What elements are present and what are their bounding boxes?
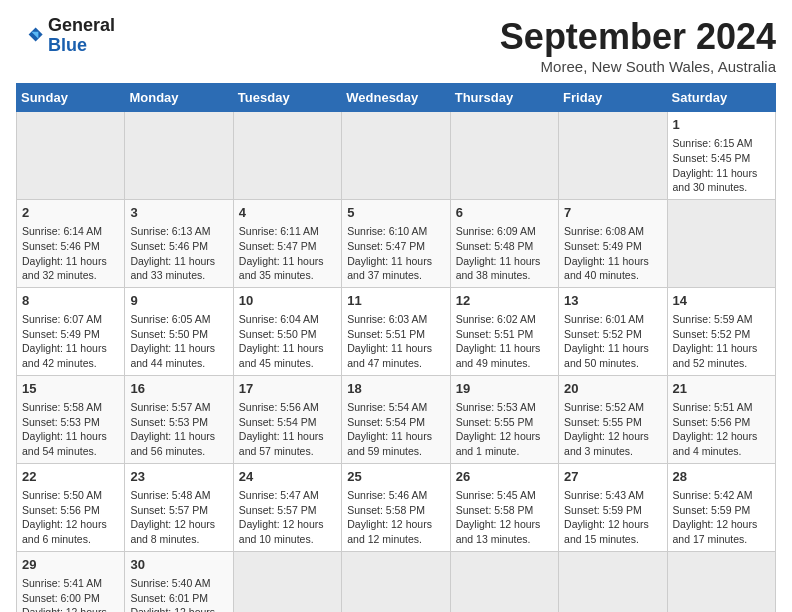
sunrise-text: Sunrise: 6:02 AM bbox=[456, 313, 536, 325]
sunset-text: Sunset: 5:51 PM bbox=[347, 328, 425, 340]
calendar-cell bbox=[17, 112, 125, 200]
calendar-week-6: 29 Sunrise: 5:41 AM Sunset: 6:00 PM Dayl… bbox=[17, 551, 776, 612]
calendar-body: 1 Sunrise: 6:15 AM Sunset: 5:45 PM Dayli… bbox=[17, 112, 776, 613]
sunset-text: Sunset: 5:53 PM bbox=[130, 416, 208, 428]
sunrise-text: Sunrise: 6:04 AM bbox=[239, 313, 319, 325]
sunset-text: Sunset: 5:57 PM bbox=[239, 504, 317, 516]
calendar-cell: 17 Sunrise: 5:56 AM Sunset: 5:54 PM Dayl… bbox=[233, 375, 341, 463]
sunset-text: Sunset: 5:52 PM bbox=[673, 328, 751, 340]
sunset-text: Sunset: 5:53 PM bbox=[22, 416, 100, 428]
calendar-cell: 9 Sunrise: 6:05 AM Sunset: 5:50 PM Dayli… bbox=[125, 287, 233, 375]
logo: General Blue bbox=[16, 16, 115, 56]
daylight-text: Daylight: 12 hours and 4 minutes. bbox=[673, 430, 758, 457]
daylight-text: Daylight: 12 hours and 12 minutes. bbox=[347, 518, 432, 545]
sunset-text: Sunset: 5:58 PM bbox=[347, 504, 425, 516]
daylight-text: Daylight: 11 hours and 50 minutes. bbox=[564, 342, 649, 369]
calendar-cell bbox=[125, 112, 233, 200]
calendar-cell: 27 Sunrise: 5:43 AM Sunset: 5:59 PM Dayl… bbox=[559, 463, 667, 551]
day-number: 3 bbox=[130, 204, 227, 222]
day-number: 13 bbox=[564, 292, 661, 310]
sunset-text: Sunset: 5:59 PM bbox=[673, 504, 751, 516]
sunrise-text: Sunrise: 6:13 AM bbox=[130, 225, 210, 237]
sunrise-text: Sunrise: 5:50 AM bbox=[22, 489, 102, 501]
daylight-text: Daylight: 12 hours and 15 minutes. bbox=[564, 518, 649, 545]
title-area: September 2024 Moree, New South Wales, A… bbox=[500, 16, 776, 75]
day-number: 27 bbox=[564, 468, 661, 486]
daylight-text: Daylight: 12 hours and 1 minute. bbox=[456, 430, 541, 457]
sunrise-text: Sunrise: 6:05 AM bbox=[130, 313, 210, 325]
sunset-text: Sunset: 5:46 PM bbox=[130, 240, 208, 252]
daylight-text: Daylight: 11 hours and 35 minutes. bbox=[239, 255, 324, 282]
calendar-cell: 12 Sunrise: 6:02 AM Sunset: 5:51 PM Dayl… bbox=[450, 287, 558, 375]
calendar-cell: 4 Sunrise: 6:11 AM Sunset: 5:47 PM Dayli… bbox=[233, 199, 341, 287]
calendar-cell: 20 Sunrise: 5:52 AM Sunset: 5:55 PM Dayl… bbox=[559, 375, 667, 463]
daylight-text: Daylight: 12 hours and 8 minutes. bbox=[130, 518, 215, 545]
day-number: 9 bbox=[130, 292, 227, 310]
col-monday: Monday bbox=[125, 84, 233, 112]
sunrise-text: Sunrise: 6:10 AM bbox=[347, 225, 427, 237]
sunset-text: Sunset: 5:56 PM bbox=[22, 504, 100, 516]
day-number: 23 bbox=[130, 468, 227, 486]
calendar-cell bbox=[342, 551, 450, 612]
sunrise-text: Sunrise: 5:48 AM bbox=[130, 489, 210, 501]
sunrise-text: Sunrise: 6:08 AM bbox=[564, 225, 644, 237]
calendar-cell: 24 Sunrise: 5:47 AM Sunset: 5:57 PM Dayl… bbox=[233, 463, 341, 551]
sunrise-text: Sunrise: 5:42 AM bbox=[673, 489, 753, 501]
daylight-text: Daylight: 11 hours and 30 minutes. bbox=[673, 167, 758, 194]
day-number: 24 bbox=[239, 468, 336, 486]
sunset-text: Sunset: 6:00 PM bbox=[22, 592, 100, 604]
day-number: 26 bbox=[456, 468, 553, 486]
sunrise-text: Sunrise: 5:58 AM bbox=[22, 401, 102, 413]
calendar-cell: 3 Sunrise: 6:13 AM Sunset: 5:46 PM Dayli… bbox=[125, 199, 233, 287]
daylight-text: Daylight: 11 hours and 33 minutes. bbox=[130, 255, 215, 282]
sunrise-text: Sunrise: 5:47 AM bbox=[239, 489, 319, 501]
col-wednesday: Wednesday bbox=[342, 84, 450, 112]
calendar-cell: 10 Sunrise: 6:04 AM Sunset: 5:50 PM Dayl… bbox=[233, 287, 341, 375]
sunset-text: Sunset: 5:47 PM bbox=[347, 240, 425, 252]
sunrise-text: Sunrise: 5:45 AM bbox=[456, 489, 536, 501]
logo-line2: Blue bbox=[48, 36, 115, 56]
daylight-text: Daylight: 11 hours and 42 minutes. bbox=[22, 342, 107, 369]
sunset-text: Sunset: 5:54 PM bbox=[239, 416, 317, 428]
daylight-text: Daylight: 11 hours and 49 minutes. bbox=[456, 342, 541, 369]
calendar-cell: 5 Sunrise: 6:10 AM Sunset: 5:47 PM Dayli… bbox=[342, 199, 450, 287]
calendar-cell: 14 Sunrise: 5:59 AM Sunset: 5:52 PM Dayl… bbox=[667, 287, 775, 375]
sunset-text: Sunset: 5:50 PM bbox=[239, 328, 317, 340]
sunrise-text: Sunrise: 5:51 AM bbox=[673, 401, 753, 413]
calendar-cell: 23 Sunrise: 5:48 AM Sunset: 5:57 PM Dayl… bbox=[125, 463, 233, 551]
day-number: 10 bbox=[239, 292, 336, 310]
sunset-text: Sunset: 6:01 PM bbox=[130, 592, 208, 604]
day-number: 11 bbox=[347, 292, 444, 310]
day-number: 8 bbox=[22, 292, 119, 310]
daylight-text: Daylight: 12 hours and 6 minutes. bbox=[22, 518, 107, 545]
calendar-week-1: 1 Sunrise: 6:15 AM Sunset: 5:45 PM Dayli… bbox=[17, 112, 776, 200]
calendar-cell: 13 Sunrise: 6:01 AM Sunset: 5:52 PM Dayl… bbox=[559, 287, 667, 375]
daylight-text: Daylight: 11 hours and 54 minutes. bbox=[22, 430, 107, 457]
day-number: 1 bbox=[673, 116, 770, 134]
calendar-cell: 18 Sunrise: 5:54 AM Sunset: 5:54 PM Dayl… bbox=[342, 375, 450, 463]
sunrise-text: Sunrise: 6:03 AM bbox=[347, 313, 427, 325]
sunset-text: Sunset: 5:46 PM bbox=[22, 240, 100, 252]
daylight-text: Daylight: 11 hours and 38 minutes. bbox=[456, 255, 541, 282]
calendar-header: Sunday Monday Tuesday Wednesday Thursday… bbox=[17, 84, 776, 112]
sunrise-text: Sunrise: 6:14 AM bbox=[22, 225, 102, 237]
calendar-cell: 22 Sunrise: 5:50 AM Sunset: 5:56 PM Dayl… bbox=[17, 463, 125, 551]
logo-line1: General bbox=[48, 16, 115, 36]
sunset-text: Sunset: 5:55 PM bbox=[456, 416, 534, 428]
daylight-text: Daylight: 12 hours and 3 minutes. bbox=[564, 430, 649, 457]
calendar-cell bbox=[667, 551, 775, 612]
calendar-cell: 29 Sunrise: 5:41 AM Sunset: 6:00 PM Dayl… bbox=[17, 551, 125, 612]
calendar-week-4: 15 Sunrise: 5:58 AM Sunset: 5:53 PM Dayl… bbox=[17, 375, 776, 463]
calendar-cell bbox=[559, 551, 667, 612]
header: General Blue September 2024 Moree, New S… bbox=[16, 16, 776, 75]
day-number: 16 bbox=[130, 380, 227, 398]
calendar-cell: 21 Sunrise: 5:51 AM Sunset: 5:56 PM Dayl… bbox=[667, 375, 775, 463]
calendar-cell: 8 Sunrise: 6:07 AM Sunset: 5:49 PM Dayli… bbox=[17, 287, 125, 375]
daylight-text: Daylight: 11 hours and 57 minutes. bbox=[239, 430, 324, 457]
daylight-text: Daylight: 11 hours and 52 minutes. bbox=[673, 342, 758, 369]
calendar-cell bbox=[342, 112, 450, 200]
sunrise-text: Sunrise: 5:56 AM bbox=[239, 401, 319, 413]
sunset-text: Sunset: 5:55 PM bbox=[564, 416, 642, 428]
sunrise-text: Sunrise: 6:09 AM bbox=[456, 225, 536, 237]
sunset-text: Sunset: 5:50 PM bbox=[130, 328, 208, 340]
